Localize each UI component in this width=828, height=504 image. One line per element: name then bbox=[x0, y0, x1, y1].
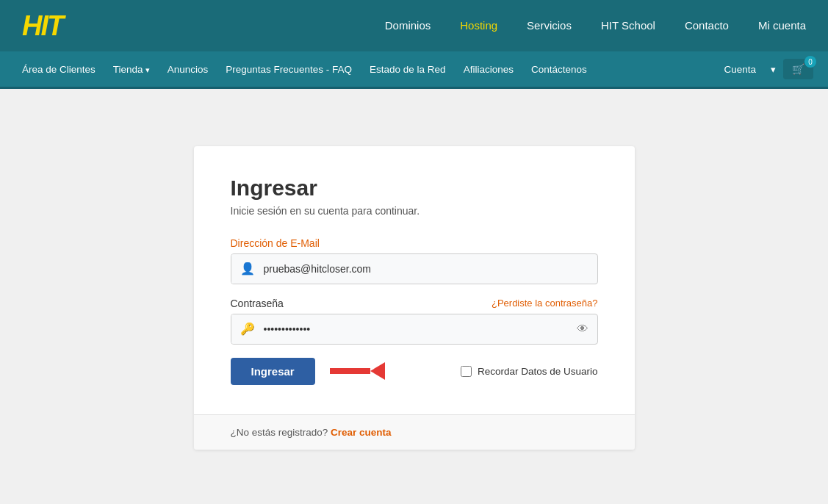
cart-button[interactable]: 🛒 0 bbox=[783, 59, 813, 79]
main-content: Ingresar Inicie sesión en su cuenta para… bbox=[0, 89, 828, 504]
action-row: Ingresar Recordar Datos de Usuario bbox=[231, 358, 598, 385]
sec-link-estado-red[interactable]: Estado de la Red bbox=[362, 64, 453, 75]
top-nav-link-dominios[interactable]: Dominios bbox=[385, 19, 431, 32]
sec-link-area-clientes[interactable]: Área de Clientes bbox=[15, 64, 103, 75]
email-label: Dirección de E-Mail bbox=[231, 237, 598, 249]
top-nav-link-hit-school[interactable]: HIT School bbox=[601, 19, 655, 32]
cuenta-dropdown[interactable]: Cuenta bbox=[716, 64, 763, 75]
create-account-link[interactable]: Crear cuenta bbox=[331, 427, 392, 438]
top-nav-link-servicios[interactable]: Servicios bbox=[527, 19, 572, 32]
email-input-group: 👤 bbox=[231, 253, 598, 284]
remember-checkbox[interactable] bbox=[461, 366, 472, 377]
remember-label: Recordar Datos de Usuario bbox=[478, 366, 598, 377]
register-text: ¿No estás registrado? bbox=[231, 427, 328, 438]
cart-icon: 🛒 bbox=[792, 63, 804, 75]
password-field[interactable] bbox=[264, 317, 568, 341]
sec-link-tienda[interactable]: Tienda bbox=[106, 64, 157, 75]
login-footer: ¿No estás registrado? Crear cuenta bbox=[194, 414, 635, 450]
login-body: Ingresar Inicie sesión en su cuenta para… bbox=[194, 146, 635, 414]
top-nav-item-contacto[interactable]: Contacto bbox=[685, 19, 729, 32]
arrow-head bbox=[370, 362, 385, 380]
sec-link-contactenos[interactable]: Contáctenos bbox=[524, 64, 594, 75]
top-nav-link-hosting[interactable]: Hosting bbox=[460, 19, 497, 32]
top-nav-links: Dominios Hosting Servicios HIT School Co… bbox=[385, 19, 806, 32]
forgot-password-link[interactable]: ¿Perdiste la contraseña? bbox=[492, 298, 598, 309]
top-nav-item-hosting[interactable]: Hosting bbox=[460, 19, 497, 32]
submit-button[interactable]: Ingresar bbox=[231, 358, 315, 385]
login-subtitle: Inicie sesión en su cuenta para continua… bbox=[231, 205, 598, 217]
logo[interactable]: HIT bbox=[22, 12, 62, 40]
password-input-group: 🔑 👁 bbox=[231, 314, 598, 345]
key-icon: 🔑 bbox=[231, 314, 264, 344]
sec-link-faq[interactable]: Preguntas Frecuentes - FAQ bbox=[218, 64, 359, 75]
password-row: Contraseña ¿Perdiste la contraseña? bbox=[231, 298, 598, 309]
sec-link-anuncios[interactable]: Anuncios bbox=[160, 64, 216, 75]
login-title: Ingresar bbox=[231, 176, 598, 201]
email-field[interactable] bbox=[264, 257, 597, 281]
top-nav-link-mi-cuenta[interactable]: Mi cuenta bbox=[758, 19, 806, 32]
login-card: Ingresar Inicie sesión en su cuenta para… bbox=[194, 146, 635, 450]
top-nav-item-hit-school[interactable]: HIT School bbox=[601, 19, 655, 32]
remember-row: Recordar Datos de Usuario bbox=[461, 366, 598, 377]
user-icon: 👤 bbox=[231, 254, 264, 284]
arrow-indicator bbox=[330, 362, 388, 380]
top-nav-item-servicios[interactable]: Servicios bbox=[527, 19, 572, 32]
secondary-nav-right: Cuenta ▾ 🛒 0 bbox=[716, 59, 813, 79]
secondary-nav: Área de Clientes Tienda Anuncios Pregunt… bbox=[0, 51, 828, 87]
top-nav-item-dominios[interactable]: Dominios bbox=[385, 19, 431, 32]
cart-count: 0 bbox=[804, 56, 816, 68]
password-label: Contraseña bbox=[231, 298, 284, 309]
arrow-shaft bbox=[330, 368, 370, 374]
top-nav-link-contacto[interactable]: Contacto bbox=[685, 19, 729, 32]
secondary-nav-left: Área de Clientes Tienda Anuncios Pregunt… bbox=[15, 64, 716, 75]
top-nav-item-mi-cuenta[interactable]: Mi cuenta bbox=[758, 19, 806, 32]
top-nav: HIT Dominios Hosting Servicios HIT Schoo… bbox=[0, 0, 828, 51]
eye-icon[interactable]: 👁 bbox=[568, 323, 597, 336]
sec-link-afiliaciones[interactable]: Afiliaciones bbox=[456, 64, 521, 75]
